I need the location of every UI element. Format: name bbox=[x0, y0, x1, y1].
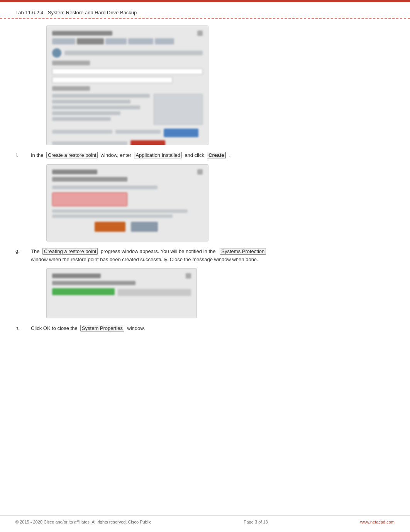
instruction-h: h. Click OK to close the System Properti… bbox=[15, 325, 395, 333]
instruction-h-letter: h. bbox=[15, 325, 31, 331]
main-content: f. In the Create a restore point window,… bbox=[0, 25, 410, 352]
ss-col-left bbox=[52, 94, 150, 125]
ss-titlebar-text-2 bbox=[52, 170, 97, 174]
highlight-sys-props: System Properties bbox=[80, 325, 124, 331]
screenshot-create-restore bbox=[46, 164, 208, 241]
instruction-h-text: Click OK to close the System Properties … bbox=[31, 325, 395, 333]
ss-titlebar-3 bbox=[52, 273, 191, 279]
screenshot-3-inner bbox=[47, 269, 197, 301]
ss-btn-row-2 bbox=[52, 140, 203, 145]
footer-copyright: © 2015 - 2020 Cisco and/or its affiliate… bbox=[15, 520, 151, 524]
ss-tab-1b bbox=[77, 38, 104, 44]
ss-btn-label-1 bbox=[52, 130, 112, 134]
ss-btn-row-3 bbox=[52, 222, 203, 232]
ss-icon-row bbox=[52, 48, 203, 58]
highlight-app-installed: Application Installed bbox=[134, 152, 182, 158]
footer: © 2015 - 2020 Cisco and/or its affiliate… bbox=[0, 515, 410, 524]
highlight-sys-protection: Systems Protection bbox=[220, 248, 266, 255]
ss-note-1 bbox=[52, 209, 188, 213]
highlight-create-restore: Create a restore point bbox=[46, 152, 98, 158]
ss-input-1 bbox=[52, 68, 203, 75]
ss-close-btn-3 bbox=[186, 273, 191, 279]
ss-li-4 bbox=[52, 111, 120, 115]
screenshot-2-inner bbox=[47, 165, 208, 236]
ss-titlebar-2 bbox=[52, 169, 203, 175]
instruction-f-letter: f. bbox=[15, 151, 31, 158]
instruction-f-text: In the Create a restore point window, en… bbox=[31, 151, 395, 160]
ss-btn-red bbox=[130, 140, 165, 145]
ss-big-box bbox=[154, 94, 203, 125]
ss-btn-row-1 bbox=[52, 129, 203, 137]
ss-red-input bbox=[52, 192, 127, 206]
ss-close-btn-1 bbox=[197, 31, 203, 36]
ss-close-btn-2 bbox=[197, 169, 203, 175]
lab-title: Lab 11.6.2.4 - System Restore and Hard D… bbox=[15, 10, 137, 15]
instruction-f: f. In the Create a restore point window,… bbox=[15, 151, 395, 160]
instruction-g: g. The Creating a restore point progress… bbox=[15, 248, 395, 264]
ss-gray-remaining bbox=[118, 289, 191, 296]
instruction-g-text: The Creating a restore point progress wi… bbox=[31, 248, 395, 264]
ss-titlebar-1 bbox=[52, 31, 203, 36]
ss-progress-section bbox=[52, 288, 191, 297]
ss-btn-spacer bbox=[115, 130, 161, 134]
page-container: Lab 11.6.2.4 - System Restore and Hard D… bbox=[0, 0, 410, 532]
ss-section-title-3 bbox=[52, 177, 127, 182]
instruction-g-letter: g. bbox=[15, 248, 31, 254]
ss-btn-cancel-2 bbox=[131, 222, 158, 232]
ss-section-title-2 bbox=[52, 86, 90, 91]
ss-input-2 bbox=[52, 77, 173, 83]
ss-tab-1a bbox=[52, 38, 75, 44]
highlight-create-btn: Create bbox=[207, 152, 225, 158]
footer-page: Page 3 of 13 bbox=[244, 520, 268, 524]
ss-green-progress bbox=[52, 288, 115, 295]
ss-tabs-1 bbox=[52, 38, 203, 44]
ss-btn-blue bbox=[164, 129, 198, 137]
ss-note-2 bbox=[52, 214, 173, 218]
screenshot-progress bbox=[46, 268, 197, 318]
ss-btn-label-2 bbox=[52, 141, 127, 145]
ss-progress-label bbox=[52, 281, 136, 285]
ss-section-title-1 bbox=[52, 61, 90, 65]
ss-icon bbox=[52, 48, 61, 58]
screenshot-1-inner bbox=[47, 26, 208, 145]
ss-li-1 bbox=[52, 94, 150, 98]
ss-col-right bbox=[154, 94, 203, 125]
ss-icon-text bbox=[64, 51, 203, 55]
ss-two-col bbox=[52, 94, 203, 125]
ss-btn-create bbox=[95, 222, 125, 232]
highlight-creating: Creating a restore point bbox=[42, 248, 98, 255]
ss-li-5 bbox=[52, 117, 111, 121]
ss-tab-1c bbox=[105, 38, 127, 44]
ss-tab-1d bbox=[128, 38, 153, 44]
ss-titlebar-text-1 bbox=[52, 31, 112, 36]
header-title-row: Lab 11.6.2.4 - System Restore and Hard D… bbox=[0, 2, 410, 19]
ss-desc-row bbox=[52, 185, 158, 189]
ss-tab-1e bbox=[155, 38, 174, 44]
ss-li-2 bbox=[52, 100, 130, 104]
ss-titlebar-text-3 bbox=[52, 274, 101, 278]
footer-website: www.netacad.com bbox=[360, 520, 395, 524]
ss-li-3 bbox=[52, 105, 140, 109]
screenshot-system-properties bbox=[46, 25, 208, 145]
